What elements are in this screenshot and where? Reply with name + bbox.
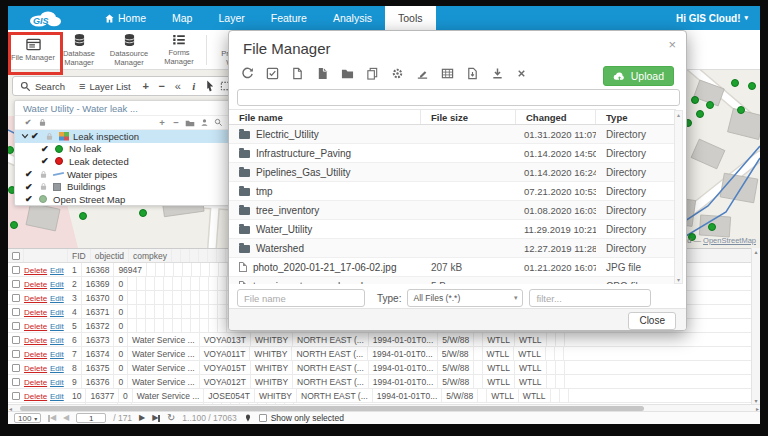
forms-manager-button[interactable]: Forms Manager — [156, 32, 202, 66]
column-header[interactable]: objectid — [91, 249, 129, 262]
file-row[interactable]: Watershed 12.27.2019 11:28:59. Directory — [229, 239, 676, 258]
row-checkbox[interactable] — [12, 280, 20, 288]
upload-button[interactable]: Upload — [603, 66, 674, 86]
file-row[interactable]: photo_2020-01-21_17-06-02.jpg 207 kB 01.… — [229, 258, 676, 277]
nav-item-tools[interactable]: Tools — [385, 6, 436, 30]
row-checkbox[interactable] — [12, 336, 20, 344]
delete-link[interactable]: Delete — [24, 322, 47, 331]
database-manager-button[interactable]: Database Manager — [56, 32, 102, 67]
edit-link[interactable]: Edit — [50, 336, 64, 345]
page-size-select[interactable]: 100▾ — [14, 413, 41, 423]
osm-link[interactable]: OpenStreetMap — [703, 236, 756, 245]
file-row[interactable]: Infrastructure_Paving 01.14.2020 14:50:0… — [229, 144, 676, 163]
filter-input[interactable] — [529, 289, 651, 307]
refresh-icon[interactable] — [241, 67, 254, 80]
row-checkbox[interactable] — [12, 322, 20, 330]
delete-link[interactable]: Delete — [24, 378, 47, 387]
edit-link[interactable]: Edit — [50, 350, 64, 359]
layer-label[interactable]: No leak — [69, 143, 101, 154]
new-folder-icon[interactable] — [341, 67, 354, 80]
file-column-header[interactable]: Type — [596, 110, 676, 124]
edit-link[interactable]: Edit — [50, 322, 64, 331]
column-header[interactable] — [208, 249, 217, 262]
delete-link[interactable]: Delete — [24, 392, 47, 401]
column-header[interactable] — [217, 249, 226, 262]
delete-link[interactable]: Delete — [24, 364, 47, 373]
scroll-down-icon[interactable]: ▾ — [677, 276, 680, 283]
file-column-header[interactable]: Changed — [516, 110, 596, 124]
table-icon[interactable] — [441, 67, 454, 80]
layer-visibility-check[interactable]: ✔ — [25, 182, 39, 192]
layer-visibility-check[interactable]: ✔ — [25, 194, 39, 204]
prev-page-button[interactable]: ◀ — [63, 414, 69, 422]
datasource-manager-button[interactable]: Datasource Manager — [102, 32, 156, 67]
download-icon[interactable] — [491, 67, 504, 80]
edit-link[interactable]: Edit — [50, 392, 64, 401]
gis-cloud-logo[interactable]: GIS — [26, 8, 64, 28]
layer-row[interactable]: ✔ Water pipes — [15, 168, 231, 181]
row-checkbox[interactable] — [12, 350, 20, 358]
delete-link[interactable]: Delete — [24, 266, 47, 275]
path-input[interactable] — [237, 89, 680, 106]
lock-icon[interactable] — [45, 132, 59, 141]
file-row[interactable]: tree_inventory 01.08.2020 16:03:46. Dire… — [229, 201, 676, 220]
page-input[interactable] — [76, 413, 106, 423]
edit-link[interactable]: Edit — [50, 308, 64, 317]
column-header[interactable]: FID — [68, 249, 91, 262]
edit-link[interactable]: Edit — [50, 378, 64, 387]
table-row[interactable]: Delete Edit 8 16375 0 Water Service ... … — [8, 361, 760, 375]
copy-icon[interactable] — [366, 67, 379, 80]
layer-label[interactable]: Buildings — [67, 181, 106, 192]
last-page-button[interactable]: ▶ — [152, 414, 160, 422]
delete-icon[interactable] — [516, 68, 527, 79]
file-row[interactable]: Water_Utility 11.29.2019 10:21:00. Direc… — [229, 220, 676, 239]
table-row[interactable]: Delete Edit 9 16376 0 Water Service ... … — [8, 375, 760, 389]
layer-visibility-check[interactable]: ✔ — [31, 131, 45, 141]
scroll-up-icon[interactable]: ▴ — [754, 248, 757, 255]
show-only-selected-toggle[interactable]: Show only selected — [259, 413, 344, 423]
delete-link[interactable]: Delete — [24, 336, 47, 345]
nav-item-feature[interactable]: Feature — [258, 6, 320, 30]
layer-visibility-check[interactable]: ✔ — [41, 144, 55, 154]
file-row[interactable]: Electric_Utility 01.31.2020 11:07:26. Di… — [229, 125, 676, 144]
zoom-in-icon[interactable]: + — [138, 77, 154, 95]
new-file-icon[interactable] — [291, 67, 304, 80]
file-name-filter-input[interactable] — [237, 289, 365, 307]
scroll-left-icon[interactable]: ◂ — [9, 405, 12, 412]
first-page-button[interactable]: ◀ — [48, 414, 56, 422]
edit-link[interactable]: Edit — [50, 280, 64, 289]
file-list-scrollbar[interactable]: ▴ ▾ — [674, 110, 683, 284]
row-checkbox[interactable] — [12, 308, 20, 316]
column-header[interactable] — [199, 249, 208, 262]
settings-icon[interactable] — [391, 67, 404, 80]
layer-row[interactable]: ✔ Open Street Map — [15, 193, 231, 206]
lock-icon[interactable] — [39, 170, 53, 179]
delete-link[interactable]: Delete — [24, 350, 47, 359]
layer-label[interactable]: Water pipes — [67, 169, 117, 180]
table-row[interactable]: Delete Edit 6 16373 0 Water Service ... … — [8, 333, 760, 347]
row-checkbox[interactable] — [12, 392, 20, 400]
layer-label[interactable]: Leak detected — [69, 156, 129, 167]
delete-link[interactable]: Delete — [24, 280, 47, 289]
table-horizontal-scrollbar[interactable]: ◂ ▸ — [8, 404, 760, 412]
table-vertical-scrollbar[interactable]: ▴ ▾ — [751, 248, 760, 404]
zoom-icon[interactable] — [211, 118, 225, 127]
file-column-header[interactable]: File size — [421, 110, 516, 124]
file-type-select[interactable]: All Files (*.*)▾ — [407, 289, 523, 307]
user-icon[interactable] — [197, 118, 211, 127]
scrollbar-thumb[interactable] — [20, 406, 644, 411]
select-all-checkbox[interactable] — [12, 252, 20, 260]
scroll-down-icon[interactable]: ▾ — [754, 397, 757, 404]
file-row[interactable]: tree_inventory_work_order.cpg 5 B 07.08.… — [229, 277, 676, 284]
layer-visibility-check[interactable]: ✔ — [25, 169, 39, 179]
folder-icon[interactable] — [183, 119, 197, 127]
edit-link[interactable]: Edit — [50, 364, 64, 373]
add-layer-icon[interactable]: + — [155, 117, 169, 128]
lock-icon[interactable] — [39, 182, 53, 191]
layer-visibility-check[interactable]: ✔ — [41, 156, 55, 166]
scroll-right-icon[interactable]: ▸ — [756, 405, 759, 412]
table-row[interactable]: Delete Edit 7 16374 0 Water Service ... … — [8, 347, 760, 361]
pointer-icon[interactable] — [202, 77, 218, 95]
layer-row[interactable]: ✔ No leak — [15, 143, 231, 156]
rename-icon[interactable] — [416, 67, 429, 80]
